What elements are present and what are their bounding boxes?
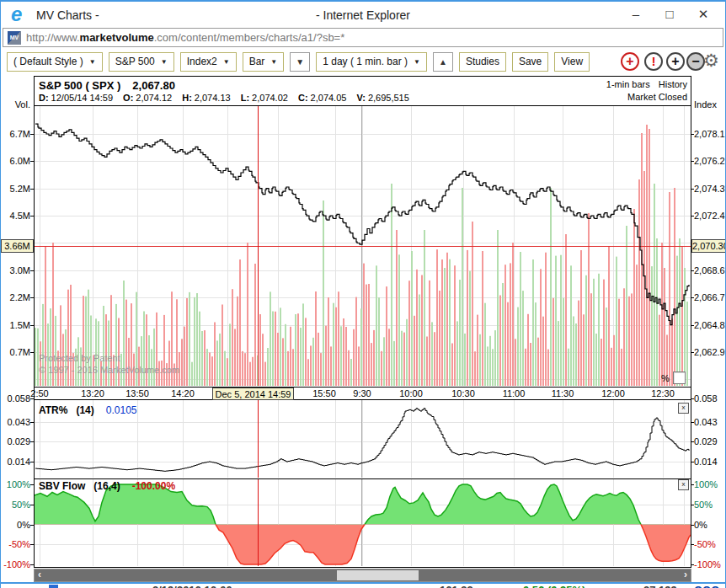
time-axis-label: 11:30 [542,388,584,399]
sbv-value: -100.00% [132,480,175,492]
mv-favicon-icon: MV [8,31,21,45]
volume-axis-label: 6.0M [0,156,30,167]
price-axis-label: 2,068.6 [694,265,725,276]
price-axis-label: 2,072.4 [694,211,725,222]
sbv-area-negative [34,484,691,564]
history-link[interactable]: History [659,79,687,89]
quote-link[interactable]: QQQ chart [694,584,726,588]
url-text[interactable]: http://www.marketvolume.com/content/memb… [26,31,344,44]
view-button[interactable]: View [554,52,590,72]
sbv-close-icon[interactable]: x [678,479,689,490]
sbv-axis-label: 0% [694,520,707,531]
alert-button[interactable]: ! [644,52,663,71]
atr-line [35,409,689,472]
price-line [35,124,689,325]
scroll-right-icon[interactable]: › [684,569,687,580]
volume-axis-label: 3.0M [0,265,30,276]
window-title-app: - Internet Explorer [1,8,725,22]
price-axis-label: 2,076.2 [694,156,725,167]
atr-panel-header: ATR%(14)0.0105 [39,404,137,416]
time-axis-label: 10:30 [442,388,484,399]
sbv-axis-label: 0% [0,520,30,531]
chart-toolbar: ( Default Style )▼ S&P 500▼ Index2▼ Bar▼… [0,49,726,74]
scrollbar-thumb[interactable] [337,570,419,580]
time-axis-label: 15:50 [303,388,345,399]
studies-button[interactable]: Studies [459,52,506,72]
watermark: Protected by Patent © 1997 - 2016 Market… [39,352,179,376]
volume-axis-label: 6.7M [0,129,30,140]
sbv-axis-label: 50% [694,500,713,510]
zoom-in-button[interactable]: + [666,52,685,71]
percent-label: % [661,373,670,383]
quote-volume: 27,199 [643,584,677,588]
sbv-panel-header: SBV Flow(16,4)-100.00% [39,480,175,492]
time-axis-label: 14:20 [162,388,204,399]
market-status: Market Closed [627,92,687,102]
volume-axis-title: Vol. [0,99,30,110]
sbv-axis-label: -100% [0,559,30,570]
price-level-badge: 2,070.30 [691,239,726,253]
volume-axis-label: 0.7M [0,347,30,358]
sbv-axis-label: 100% [0,479,30,490]
browser-window: e MV Charts - - Internet Explorer – □ ✕ … [0,0,726,588]
chevron-down-icon: ▼ [270,58,277,66]
volume-level-badge: 3.66M [1,239,34,253]
price-axis-label: 2,066.7 [694,292,725,303]
minimize-button[interactable]: – [619,2,653,27]
index-dropdown[interactable]: Index2▼ [180,52,237,72]
chevron-down-icon: ▼ [161,58,168,66]
sbv-area-positive [34,484,691,564]
sbv-axis-label: -50% [0,539,30,550]
maximize-button[interactable]: □ [653,2,686,27]
atr-axis-label: 0.014 [0,457,30,468]
bottom-divider [0,582,726,584]
time-axis-label: 12:30 [642,388,684,399]
zoom-out-button[interactable]: − [686,52,705,71]
price-axis-label: 2,062.9 [694,347,725,358]
window-border-top [0,0,726,2]
time-axis-label: 10:00 [390,388,432,399]
chart-type-dropdown[interactable]: Bar▼ [243,52,285,72]
symbol-dropdown[interactable]: S&P 500▼ [109,52,174,72]
title-bar: e MV Charts - - Internet Explorer – □ ✕ [1,2,725,27]
price-axis-label: 2,064.8 [694,320,725,331]
ohlc-readout: D:12/05/14 14:59 O:2,074.12 H:2,074.13 L… [39,93,409,103]
atr-axis-label: 0.043 [694,417,718,428]
index-axis-title: Index [694,99,717,110]
address-bar[interactable]: MV http://www.marketvolume.com/content/m… [3,28,723,47]
price-axis-label: 2,078.1 [694,129,725,140]
period-dropdown[interactable]: 1 day ( 1 min. bar )▼ [316,52,427,72]
quote-price: 161.33 [440,584,473,588]
chevron-down-icon: ▼ [414,58,420,66]
time-axis-label: 12:00 [592,388,634,399]
period-step-up-button[interactable]: ▲ [433,52,453,72]
chart-title: S&P 500 ( SPX )2,067.80 [39,79,175,92]
sbv-axis-label: 100% [694,479,718,490]
style-dropdown[interactable]: ( Default Style )▼ [7,52,103,72]
atr-axis-label: 0.043 [0,417,30,428]
zoom-in-red-button[interactable]: + [621,52,639,71]
volume-axis-label: 1.5M [0,320,30,331]
bars-info: 1-min barsHistory [606,79,687,89]
gear-icon[interactable]: ⚙ [703,51,719,71]
sbv-axis-label: 50% [0,500,30,510]
time-axis-label: 2:50 [19,388,61,399]
volume-axis-label: 2.2M [0,292,30,303]
atr-axis-label: 0.058 [694,393,718,404]
time-axis-label: 9:30 [341,388,383,399]
window-border-left [0,0,1,588]
percent-checkbox[interactable] [673,372,686,384]
scroll-left-icon[interactable]: ‹ [38,569,41,580]
quote-datetime: 2/19/2016 16:00 [152,584,232,588]
crosshair-date-badge: Dec 5, 2014 14:59 [212,388,294,400]
volume-axis-label: 4.5M [0,211,30,222]
period-step-down-button[interactable]: ▼ [290,52,310,72]
save-button[interactable]: Save [512,52,548,72]
horizontal-scrollbar[interactable]: ‹ › [34,569,691,582]
close-button[interactable]: ✕ [686,2,720,27]
volume-axis-label: 5.2M [0,184,30,195]
atr-axis-label: 0.029 [694,436,718,447]
last-price: 2,067.80 [132,79,175,92]
sbv-axis-label: -100% [694,559,721,570]
atr-close-icon[interactable]: x [678,403,689,414]
